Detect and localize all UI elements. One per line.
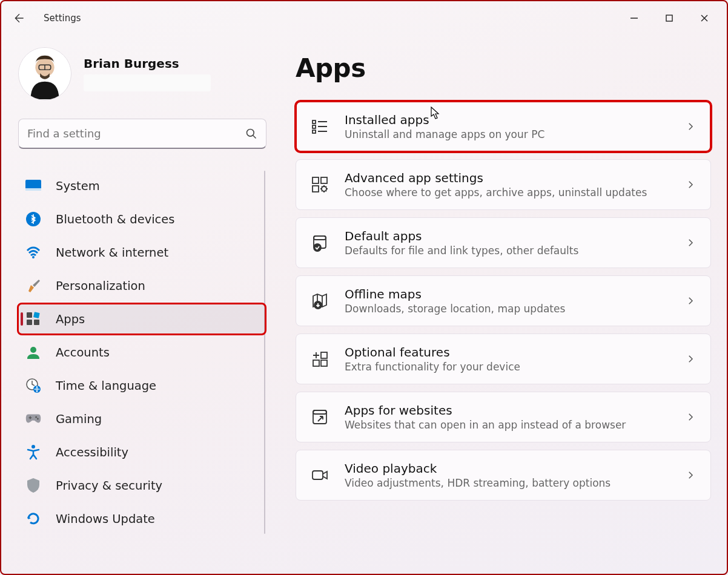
svg-point-23: [31, 445, 35, 448]
video-icon: [311, 466, 329, 484]
svg-rect-25: [313, 125, 316, 128]
sidebar-item-gaming[interactable]: Gaming: [18, 404, 265, 434]
svg-rect-1: [666, 15, 672, 21]
card-subtitle: Uninstall and manage apps on your PC: [345, 128, 669, 140]
sidebar-item-label: Apps: [56, 312, 85, 326]
nav-list: System Bluetooth & devices Network & int…: [18, 171, 274, 534]
card-title: Apps for websites: [345, 403, 669, 418]
card-installed-apps[interactable]: Installed apps Uninstall and manage apps…: [296, 101, 711, 152]
system-icon: [25, 178, 41, 194]
card-subtitle: Choose where to get apps, archive apps, …: [345, 186, 669, 199]
card-title: Optional features: [345, 345, 669, 360]
sidebar-item-time-language[interactable]: Time & language: [18, 370, 265, 401]
sidebar-item-label: Windows Update: [56, 512, 155, 526]
svg-rect-42: [313, 410, 326, 414]
svg-point-21: [35, 416, 37, 418]
sidebar-item-label: Personalization: [56, 279, 145, 293]
chevron-right-icon: [685, 179, 696, 190]
svg-point-36: [314, 244, 321, 251]
search-icon: [245, 128, 257, 140]
card-advanced-app-settings[interactable]: Advanced app settings Choose where to ge…: [296, 159, 711, 210]
bluetooth-icon: [25, 211, 41, 227]
svg-rect-35: [314, 236, 326, 240]
sidebar-item-label: Accounts: [56, 346, 110, 360]
card-optional-features[interactable]: Optional features Extra functionality fo…: [296, 334, 711, 384]
svg-rect-17: [34, 320, 39, 325]
svg-point-8: [247, 129, 254, 136]
sidebar-item-label: Gaming: [56, 412, 102, 426]
card-default-apps[interactable]: Default apps Defaults for file and link …: [296, 217, 711, 268]
svg-rect-41: [313, 410, 326, 424]
sidebar-item-personalization[interactable]: Personalization: [18, 271, 265, 301]
svg-rect-40: [321, 360, 327, 366]
installed-apps-icon: [311, 117, 329, 136]
svg-rect-31: [321, 177, 327, 183]
svg-point-22: [37, 418, 39, 420]
card-title: Default apps: [345, 229, 669, 243]
maximize-button[interactable]: [652, 5, 687, 31]
card-video-playback[interactable]: Video playback Video adjustments, HDR st…: [296, 450, 711, 501]
chevron-right-icon: [685, 470, 696, 481]
sidebar-item-bluetooth[interactable]: Bluetooth & devices: [18, 204, 265, 234]
map-icon: [311, 292, 329, 310]
optional-features-icon: [311, 350, 329, 368]
svg-point-13: [32, 256, 35, 258]
page-title: Apps: [296, 53, 711, 83]
chevron-right-icon: [685, 412, 696, 422]
svg-rect-32: [313, 186, 319, 192]
gamepad-icon: [25, 411, 41, 427]
title-bar: Settings: [1, 1, 727, 35]
card-subtitle: Extra functionality for your device: [345, 361, 669, 373]
svg-rect-14: [27, 312, 32, 318]
back-arrow-icon: [13, 12, 25, 24]
card-offline-maps[interactable]: Offline maps Downloads, storage location…: [296, 275, 711, 326]
close-icon: [700, 14, 709, 22]
svg-rect-11: [25, 188, 41, 191]
close-button[interactable]: [687, 5, 722, 31]
svg-rect-16: [27, 320, 32, 325]
svg-point-18: [30, 347, 36, 353]
sidebar-item-label: Network & internet: [56, 246, 168, 260]
svg-rect-39: [313, 360, 319, 366]
chevron-right-icon: [685, 237, 696, 248]
card-title: Installed apps: [345, 113, 669, 127]
profile-section[interactable]: Brian Burgess: [18, 47, 274, 100]
clock-globe-icon: [25, 378, 41, 393]
search-input[interactable]: [27, 127, 239, 140]
sidebar-item-windows-update[interactable]: Windows Update: [18, 504, 265, 534]
sidebar-item-network[interactable]: Network & internet: [18, 237, 265, 268]
sidebar-item-apps[interactable]: Apps: [18, 304, 265, 334]
sidebar-item-privacy[interactable]: Privacy & security: [18, 470, 265, 501]
card-title: Video playback: [345, 461, 669, 476]
apps-for-websites-icon: [311, 408, 329, 426]
sidebar-item-accounts[interactable]: Accounts: [18, 337, 265, 367]
card-subtitle: Video adjustments, HDR streaming, batter…: [345, 477, 669, 489]
card-title: Offline maps: [345, 287, 669, 301]
advanced-settings-icon: [311, 176, 329, 194]
sidebar-item-label: Accessibility: [56, 445, 128, 459]
card-apps-for-websites[interactable]: Apps for websites Websites that can open…: [296, 392, 711, 442]
card-subtitle: Defaults for file and link types, other …: [345, 245, 669, 257]
back-button[interactable]: [6, 5, 33, 31]
svg-rect-24: [313, 120, 316, 123]
svg-line-9: [253, 135, 256, 138]
svg-rect-43: [313, 471, 323, 479]
content-area: Apps Installed apps Uninstall and manage…: [280, 35, 727, 574]
search-box[interactable]: [18, 119, 266, 149]
paintbrush-icon: [25, 278, 41, 294]
sidebar-item-label: Privacy & security: [56, 479, 162, 493]
default-apps-icon: [311, 234, 329, 252]
profile-name: Brian Burgess: [84, 56, 211, 71]
accounts-icon: [25, 344, 41, 360]
wifi-icon: [25, 245, 41, 260]
minimize-button[interactable]: [617, 5, 652, 31]
svg-rect-15: [33, 312, 40, 318]
chevron-right-icon: [685, 121, 696, 132]
chevron-right-icon: [685, 295, 696, 306]
card-subtitle: Websites that can open in an app instead…: [345, 419, 669, 431]
settings-cards: Installed apps Uninstall and manage apps…: [296, 101, 711, 501]
sidebar-item-system[interactable]: System: [18, 171, 265, 201]
app-title: Settings: [44, 13, 81, 24]
sidebar-item-accessibility[interactable]: Accessibility: [18, 437, 265, 467]
sidebar: Brian Burgess System Bluetooth & devices: [1, 35, 280, 574]
